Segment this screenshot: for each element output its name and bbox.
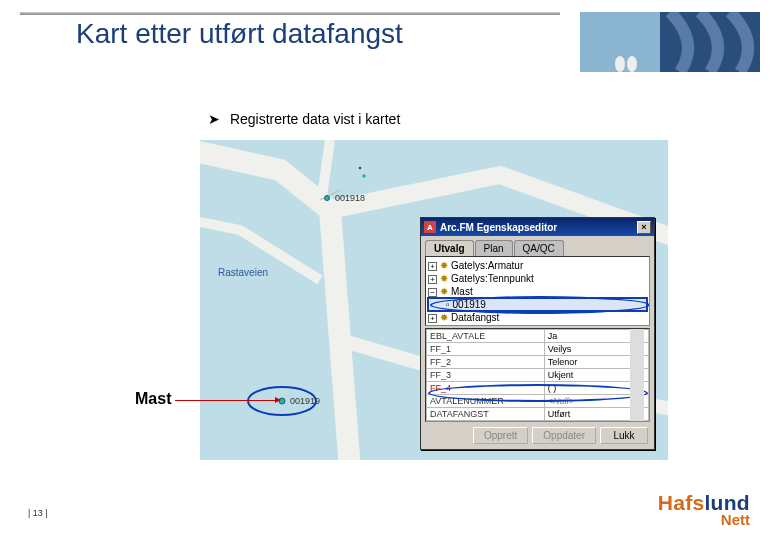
tree-row[interactable]: +✸Gatelys:Tennpunkt — [428, 272, 647, 285]
svg-point-2 — [615, 56, 625, 72]
oppdater-button[interactable]: Oppdater — [532, 427, 596, 444]
opprett-button[interactable]: Opprett — [473, 427, 528, 444]
svg-point-10 — [359, 167, 361, 169]
tree-row[interactable]: −✸Mast — [428, 285, 647, 298]
dialog-titlebar[interactable]: A Arc.FM Egenskapseditor × — [421, 218, 654, 236]
dialog-title: Arc.FM Egenskapseditor — [440, 222, 557, 233]
svg-point-3 — [627, 56, 637, 72]
tab-qaqc[interactable]: QA/QC — [514, 240, 564, 256]
table-row: FF_2Telenor — [427, 356, 649, 369]
tab-plan[interactable]: Plan — [475, 240, 513, 256]
gear-icon: ✸ — [440, 286, 448, 297]
item-icon: ▫ — [446, 299, 450, 310]
page-number: | 13 | — [28, 508, 48, 518]
table-row: FF_3Ukjent — [427, 369, 649, 382]
road-label: Rastaveien — [218, 267, 268, 278]
gear-icon: ✸ — [440, 312, 448, 323]
property-table[interactable]: EBL_AVTALEJa FF_1Veilys FF_2Telenor FF_3… — [425, 328, 650, 422]
svg-point-7 — [362, 174, 366, 178]
bullet-text: Registrerte data vist i kartet — [230, 111, 400, 127]
property-editor-dialog: A Arc.FM Egenskapseditor × Utvalg Plan Q… — [420, 217, 655, 450]
gear-icon: ✸ — [440, 273, 448, 284]
tree-row[interactable]: +✸Gatelys:Armatur — [428, 259, 647, 272]
map-area: Rastaveien 001918 001919 A Arc.FM Egensk… — [200, 140, 668, 460]
bullet-line: ➤ Registrerte data vist i kartet — [208, 111, 400, 127]
gear-icon: ✸ — [440, 260, 448, 271]
brand-logo: Hafslund Nett — [658, 491, 750, 528]
table-row: FF_1Veilys — [427, 343, 649, 356]
table-row: FF_4( ) — [427, 382, 649, 395]
map-marker-label-2: 001919 — [290, 396, 320, 406]
expand-icon[interactable]: + — [428, 314, 437, 323]
lukk-button[interactable]: Lukk — [600, 427, 648, 444]
bullet-arrow-icon: ➤ — [208, 111, 220, 127]
tree-row-selected[interactable]: ▫001919 — [428, 298, 647, 311]
close-icon[interactable]: × — [637, 221, 651, 234]
table-row: DATAFANGSTUtført — [427, 408, 649, 421]
mast-annotation-label: Mast — [135, 390, 171, 408]
object-tree[interactable]: +✸Gatelys:Armatur +✸Gatelys:Tennpunkt −✸… — [425, 256, 650, 326]
tree-row[interactable]: +✸Datafangst — [428, 311, 647, 324]
tab-utvalg[interactable]: Utvalg — [425, 240, 474, 256]
page-title: Kart etter utført datafangst — [76, 18, 403, 50]
header-banner — [580, 12, 760, 72]
app-icon: A — [424, 221, 436, 233]
map-marker-label-1: 001918 — [335, 193, 365, 203]
table-row: AVTALENUMMER<Null> — [427, 395, 649, 408]
table-row: EBL_AVTALEJa — [427, 330, 649, 343]
svg-point-6 — [325, 196, 330, 201]
annotation-arrow-icon — [175, 400, 275, 401]
expand-icon[interactable]: + — [428, 262, 437, 271]
scrollbar[interactable] — [630, 329, 644, 421]
expand-icon[interactable]: + — [428, 275, 437, 284]
collapse-icon[interactable]: − — [428, 288, 437, 297]
